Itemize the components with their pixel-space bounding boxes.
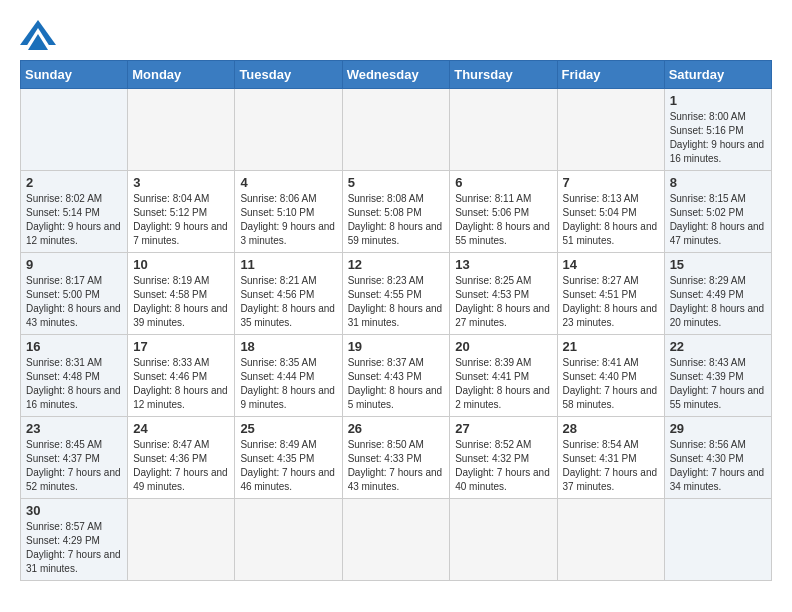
weekday-header: Saturday (664, 61, 771, 89)
calendar-cell: 8Sunrise: 8:15 AM Sunset: 5:02 PM Daylig… (664, 171, 771, 253)
day-info: Sunrise: 8:52 AM Sunset: 4:32 PM Dayligh… (455, 438, 551, 494)
day-number: 19 (348, 339, 445, 354)
calendar-cell: 2Sunrise: 8:02 AM Sunset: 5:14 PM Daylig… (21, 171, 128, 253)
calendar-cell: 13Sunrise: 8:25 AM Sunset: 4:53 PM Dayli… (450, 253, 557, 335)
day-info: Sunrise: 8:29 AM Sunset: 4:49 PM Dayligh… (670, 274, 766, 330)
day-number: 28 (563, 421, 659, 436)
calendar-cell (557, 89, 664, 171)
calendar-table: SundayMondayTuesdayWednesdayThursdayFrid… (20, 60, 772, 581)
calendar-cell: 5Sunrise: 8:08 AM Sunset: 5:08 PM Daylig… (342, 171, 450, 253)
day-info: Sunrise: 8:39 AM Sunset: 4:41 PM Dayligh… (455, 356, 551, 412)
calendar-cell (235, 89, 342, 171)
calendar-cell: 28Sunrise: 8:54 AM Sunset: 4:31 PM Dayli… (557, 417, 664, 499)
calendar-cell: 6Sunrise: 8:11 AM Sunset: 5:06 PM Daylig… (450, 171, 557, 253)
calendar-cell: 21Sunrise: 8:41 AM Sunset: 4:40 PM Dayli… (557, 335, 664, 417)
calendar-cell: 29Sunrise: 8:56 AM Sunset: 4:30 PM Dayli… (664, 417, 771, 499)
weekday-header: Sunday (21, 61, 128, 89)
day-number: 5 (348, 175, 445, 190)
calendar-cell: 7Sunrise: 8:13 AM Sunset: 5:04 PM Daylig… (557, 171, 664, 253)
calendar-cell: 19Sunrise: 8:37 AM Sunset: 4:43 PM Dayli… (342, 335, 450, 417)
weekday-header: Monday (128, 61, 235, 89)
calendar-cell: 22Sunrise: 8:43 AM Sunset: 4:39 PM Dayli… (664, 335, 771, 417)
day-info: Sunrise: 8:00 AM Sunset: 5:16 PM Dayligh… (670, 110, 766, 166)
calendar-week-row: 30Sunrise: 8:57 AM Sunset: 4:29 PM Dayli… (21, 499, 772, 581)
day-info: Sunrise: 8:50 AM Sunset: 4:33 PM Dayligh… (348, 438, 445, 494)
day-info: Sunrise: 8:47 AM Sunset: 4:36 PM Dayligh… (133, 438, 229, 494)
day-number: 26 (348, 421, 445, 436)
day-info: Sunrise: 8:33 AM Sunset: 4:46 PM Dayligh… (133, 356, 229, 412)
day-number: 11 (240, 257, 336, 272)
day-number: 17 (133, 339, 229, 354)
calendar-week-row: 16Sunrise: 8:31 AM Sunset: 4:48 PM Dayli… (21, 335, 772, 417)
calendar-cell (128, 89, 235, 171)
calendar-cell (21, 89, 128, 171)
calendar-cell: 10Sunrise: 8:19 AM Sunset: 4:58 PM Dayli… (128, 253, 235, 335)
weekday-header: Wednesday (342, 61, 450, 89)
calendar-cell: 26Sunrise: 8:50 AM Sunset: 4:33 PM Dayli… (342, 417, 450, 499)
day-info: Sunrise: 8:41 AM Sunset: 4:40 PM Dayligh… (563, 356, 659, 412)
calendar-cell: 15Sunrise: 8:29 AM Sunset: 4:49 PM Dayli… (664, 253, 771, 335)
day-info: Sunrise: 8:49 AM Sunset: 4:35 PM Dayligh… (240, 438, 336, 494)
day-number: 20 (455, 339, 551, 354)
calendar-cell: 12Sunrise: 8:23 AM Sunset: 4:55 PM Dayli… (342, 253, 450, 335)
calendar-cell: 30Sunrise: 8:57 AM Sunset: 4:29 PM Dayli… (21, 499, 128, 581)
day-info: Sunrise: 8:11 AM Sunset: 5:06 PM Dayligh… (455, 192, 551, 248)
day-info: Sunrise: 8:35 AM Sunset: 4:44 PM Dayligh… (240, 356, 336, 412)
day-number: 9 (26, 257, 122, 272)
calendar-cell: 3Sunrise: 8:04 AM Sunset: 5:12 PM Daylig… (128, 171, 235, 253)
calendar-header-row: SundayMondayTuesdayWednesdayThursdayFrid… (21, 61, 772, 89)
day-info: Sunrise: 8:31 AM Sunset: 4:48 PM Dayligh… (26, 356, 122, 412)
day-info: Sunrise: 8:04 AM Sunset: 5:12 PM Dayligh… (133, 192, 229, 248)
calendar-cell (235, 499, 342, 581)
logo-icon (20, 20, 56, 50)
day-number: 7 (563, 175, 659, 190)
calendar-cell: 23Sunrise: 8:45 AM Sunset: 4:37 PM Dayli… (21, 417, 128, 499)
day-number: 15 (670, 257, 766, 272)
day-info: Sunrise: 8:13 AM Sunset: 5:04 PM Dayligh… (563, 192, 659, 248)
calendar-cell: 17Sunrise: 8:33 AM Sunset: 4:46 PM Dayli… (128, 335, 235, 417)
calendar-cell: 20Sunrise: 8:39 AM Sunset: 4:41 PM Dayli… (450, 335, 557, 417)
day-info: Sunrise: 8:06 AM Sunset: 5:10 PM Dayligh… (240, 192, 336, 248)
calendar-cell (450, 89, 557, 171)
calendar-cell (557, 499, 664, 581)
calendar-week-row: 9Sunrise: 8:17 AM Sunset: 5:00 PM Daylig… (21, 253, 772, 335)
day-number: 2 (26, 175, 122, 190)
calendar-cell: 25Sunrise: 8:49 AM Sunset: 4:35 PM Dayli… (235, 417, 342, 499)
day-number: 12 (348, 257, 445, 272)
day-info: Sunrise: 8:56 AM Sunset: 4:30 PM Dayligh… (670, 438, 766, 494)
calendar-cell: 27Sunrise: 8:52 AM Sunset: 4:32 PM Dayli… (450, 417, 557, 499)
day-number: 29 (670, 421, 766, 436)
day-info: Sunrise: 8:57 AM Sunset: 4:29 PM Dayligh… (26, 520, 122, 576)
calendar-cell (342, 89, 450, 171)
day-info: Sunrise: 8:45 AM Sunset: 4:37 PM Dayligh… (26, 438, 122, 494)
calendar-cell: 11Sunrise: 8:21 AM Sunset: 4:56 PM Dayli… (235, 253, 342, 335)
day-number: 27 (455, 421, 551, 436)
calendar-cell: 18Sunrise: 8:35 AM Sunset: 4:44 PM Dayli… (235, 335, 342, 417)
day-number: 30 (26, 503, 122, 518)
day-number: 16 (26, 339, 122, 354)
day-info: Sunrise: 8:37 AM Sunset: 4:43 PM Dayligh… (348, 356, 445, 412)
calendar-cell: 1Sunrise: 8:00 AM Sunset: 5:16 PM Daylig… (664, 89, 771, 171)
day-info: Sunrise: 8:19 AM Sunset: 4:58 PM Dayligh… (133, 274, 229, 330)
weekday-header: Tuesday (235, 61, 342, 89)
day-number: 4 (240, 175, 336, 190)
day-number: 18 (240, 339, 336, 354)
day-info: Sunrise: 8:23 AM Sunset: 4:55 PM Dayligh… (348, 274, 445, 330)
calendar-cell: 14Sunrise: 8:27 AM Sunset: 4:51 PM Dayli… (557, 253, 664, 335)
day-number: 10 (133, 257, 229, 272)
day-number: 25 (240, 421, 336, 436)
calendar-cell (128, 499, 235, 581)
day-info: Sunrise: 8:08 AM Sunset: 5:08 PM Dayligh… (348, 192, 445, 248)
day-info: Sunrise: 8:15 AM Sunset: 5:02 PM Dayligh… (670, 192, 766, 248)
calendar-cell: 4Sunrise: 8:06 AM Sunset: 5:10 PM Daylig… (235, 171, 342, 253)
day-number: 13 (455, 257, 551, 272)
day-number: 1 (670, 93, 766, 108)
calendar-cell (342, 499, 450, 581)
day-number: 6 (455, 175, 551, 190)
day-number: 8 (670, 175, 766, 190)
day-info: Sunrise: 8:43 AM Sunset: 4:39 PM Dayligh… (670, 356, 766, 412)
day-info: Sunrise: 8:17 AM Sunset: 5:00 PM Dayligh… (26, 274, 122, 330)
day-number: 14 (563, 257, 659, 272)
calendar-week-row: 2Sunrise: 8:02 AM Sunset: 5:14 PM Daylig… (21, 171, 772, 253)
weekday-header: Friday (557, 61, 664, 89)
